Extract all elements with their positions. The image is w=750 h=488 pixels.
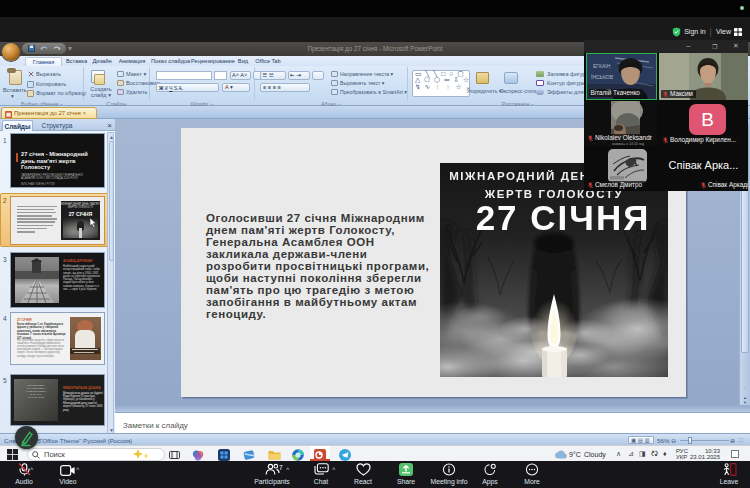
svg-text:27 СІЧНЯ: 27 СІЧНЯ [476,198,651,237]
svg-text:ЕГКАІН: ЕГКАІН [593,63,611,69]
svg-text:ЇНСЬКОВ: ЇНСЬКОВ [591,74,614,80]
